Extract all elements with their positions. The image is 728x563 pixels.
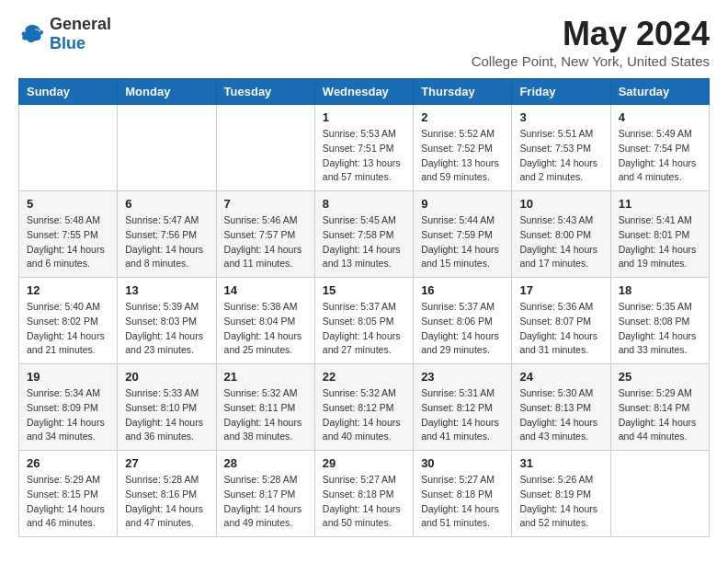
day-info: Sunrise: 5:35 AM Sunset: 8:08 PM Dayligh… [619,300,701,358]
calendar-cell [19,105,118,191]
calendar-cell: 15Sunrise: 5:37 AM Sunset: 8:05 PM Dayli… [314,278,413,364]
day-number: 10 [519,197,602,211]
day-info: Sunrise: 5:41 AM Sunset: 8:01 PM Dayligh… [619,213,701,271]
logo-blue: Blue [50,34,85,52]
day-info: Sunrise: 5:38 AM Sunset: 8:04 PM Dayligh… [224,300,307,358]
day-number: 4 [619,110,701,124]
day-info: Sunrise: 5:51 AM Sunset: 7:53 PM Dayligh… [519,127,602,185]
calendar-week-2: 5Sunrise: 5:48 AM Sunset: 7:55 PM Daylig… [19,191,710,278]
day-number: 24 [519,370,602,384]
calendar-week-1: 1Sunrise: 5:53 AM Sunset: 7:51 PM Daylig… [19,105,710,191]
calendar-week-4: 19Sunrise: 5:34 AM Sunset: 8:09 PM Dayli… [19,364,710,451]
day-number: 15 [323,283,405,297]
logo-general: General [50,15,111,33]
day-info: Sunrise: 5:39 AM Sunset: 8:03 PM Dayligh… [125,300,208,358]
day-number: 27 [125,456,208,470]
calendar-header-row: SundayMondayTuesdayWednesdayThursdayFrid… [19,79,710,105]
day-number: 11 [619,197,701,211]
day-info: Sunrise: 5:47 AM Sunset: 7:56 PM Dayligh… [125,213,208,271]
day-number: 25 [619,370,701,384]
weekday-header-tuesday: Tuesday [216,79,314,105]
day-info: Sunrise: 5:37 AM Sunset: 8:05 PM Dayligh… [323,300,405,358]
calendar-cell: 3Sunrise: 5:51 AM Sunset: 7:53 PM Daylig… [512,105,610,191]
day-info: Sunrise: 5:29 AM Sunset: 8:15 PM Dayligh… [27,473,109,531]
day-number: 13 [125,283,208,297]
calendar-cell: 6Sunrise: 5:47 AM Sunset: 7:56 PM Daylig… [118,191,216,278]
calendar-cell: 10Sunrise: 5:43 AM Sunset: 8:00 PM Dayli… [512,191,610,278]
day-info: Sunrise: 5:45 AM Sunset: 7:58 PM Dayligh… [323,213,405,271]
calendar-cell: 28Sunrise: 5:28 AM Sunset: 8:17 PM Dayli… [216,451,314,537]
day-number: 6 [125,197,208,211]
day-number: 26 [27,456,109,470]
day-number: 3 [519,110,602,124]
weekday-header-monday: Monday [118,79,216,105]
weekday-header-friday: Friday [512,79,610,105]
day-number: 18 [619,283,701,297]
day-number: 30 [421,456,504,470]
logo: General Blue [18,15,111,53]
calendar-cell: 26Sunrise: 5:29 AM Sunset: 8:15 PM Dayli… [19,451,118,537]
calendar-cell: 11Sunrise: 5:41 AM Sunset: 8:01 PM Dayli… [610,191,709,278]
day-number: 7 [224,197,307,211]
calendar-cell: 4Sunrise: 5:49 AM Sunset: 7:54 PM Daylig… [610,105,709,191]
calendar-cell [216,105,314,191]
day-number: 2 [421,110,504,124]
calendar-cell: 5Sunrise: 5:48 AM Sunset: 7:55 PM Daylig… [19,191,118,278]
calendar-cell: 30Sunrise: 5:27 AM Sunset: 8:18 PM Dayli… [414,451,512,537]
weekday-header-wednesday: Wednesday [314,79,413,105]
day-info: Sunrise: 5:26 AM Sunset: 8:19 PM Dayligh… [519,473,602,531]
day-number: 22 [323,370,405,384]
day-info: Sunrise: 5:30 AM Sunset: 8:13 PM Dayligh… [519,386,602,444]
calendar-cell: 13Sunrise: 5:39 AM Sunset: 8:03 PM Dayli… [118,278,216,364]
day-number: 31 [519,456,602,470]
day-info: Sunrise: 5:29 AM Sunset: 8:14 PM Dayligh… [619,386,701,444]
calendar-cell: 9Sunrise: 5:44 AM Sunset: 7:59 PM Daylig… [414,191,512,278]
month-title: May 2024 [472,15,710,53]
calendar-cell: 7Sunrise: 5:46 AM Sunset: 7:57 PM Daylig… [216,191,314,278]
calendar-cell: 31Sunrise: 5:26 AM Sunset: 8:19 PM Dayli… [512,451,610,537]
calendar-cell: 27Sunrise: 5:28 AM Sunset: 8:16 PM Dayli… [118,451,216,537]
day-info: Sunrise: 5:53 AM Sunset: 7:51 PM Dayligh… [323,127,405,185]
day-info: Sunrise: 5:43 AM Sunset: 8:00 PM Dayligh… [519,213,602,271]
logo-text: General Blue [50,15,111,53]
day-info: Sunrise: 5:33 AM Sunset: 8:10 PM Dayligh… [125,386,208,444]
day-info: Sunrise: 5:48 AM Sunset: 7:55 PM Dayligh… [27,213,109,271]
header: General Blue May 2024 College Point, New… [18,15,710,69]
day-number: 29 [323,456,405,470]
calendar-cell [118,105,216,191]
day-number: 8 [323,197,405,211]
calendar-cell: 18Sunrise: 5:35 AM Sunset: 8:08 PM Dayli… [610,278,709,364]
day-info: Sunrise: 5:46 AM Sunset: 7:57 PM Dayligh… [224,213,307,271]
calendar-cell: 12Sunrise: 5:40 AM Sunset: 8:02 PM Dayli… [19,278,118,364]
day-info: Sunrise: 5:44 AM Sunset: 7:59 PM Dayligh… [421,213,504,271]
calendar-cell: 2Sunrise: 5:52 AM Sunset: 7:52 PM Daylig… [414,105,512,191]
day-info: Sunrise: 5:34 AM Sunset: 8:09 PM Dayligh… [27,386,109,444]
calendar-cell: 22Sunrise: 5:32 AM Sunset: 8:12 PM Dayli… [314,364,413,451]
day-info: Sunrise: 5:32 AM Sunset: 8:12 PM Dayligh… [323,386,405,444]
calendar-cell: 23Sunrise: 5:31 AM Sunset: 8:12 PM Dayli… [414,364,512,451]
calendar-cell: 17Sunrise: 5:36 AM Sunset: 8:07 PM Dayli… [512,278,610,364]
calendar-cell [610,451,709,537]
day-number: 14 [224,283,307,297]
weekday-header-sunday: Sunday [19,79,118,105]
day-info: Sunrise: 5:28 AM Sunset: 8:17 PM Dayligh… [224,473,307,531]
logo-icon [18,23,46,45]
day-number: 5 [27,197,109,211]
day-info: Sunrise: 5:28 AM Sunset: 8:16 PM Dayligh… [125,473,208,531]
calendar-cell: 1Sunrise: 5:53 AM Sunset: 7:51 PM Daylig… [314,105,413,191]
calendar-week-5: 26Sunrise: 5:29 AM Sunset: 8:15 PM Dayli… [19,451,710,537]
day-info: Sunrise: 5:40 AM Sunset: 8:02 PM Dayligh… [27,300,109,358]
day-number: 21 [224,370,307,384]
weekday-header-saturday: Saturday [610,79,709,105]
calendar-cell: 16Sunrise: 5:37 AM Sunset: 8:06 PM Dayli… [414,278,512,364]
day-info: Sunrise: 5:37 AM Sunset: 8:06 PM Dayligh… [421,300,504,358]
day-info: Sunrise: 5:36 AM Sunset: 8:07 PM Dayligh… [519,300,602,358]
calendar-cell: 21Sunrise: 5:32 AM Sunset: 8:11 PM Dayli… [216,364,314,451]
calendar-week-3: 12Sunrise: 5:40 AM Sunset: 8:02 PM Dayli… [19,278,710,364]
day-info: Sunrise: 5:52 AM Sunset: 7:52 PM Dayligh… [421,127,504,185]
calendar-cell: 19Sunrise: 5:34 AM Sunset: 8:09 PM Dayli… [19,364,118,451]
calendar-cell: 24Sunrise: 5:30 AM Sunset: 8:13 PM Dayli… [512,364,610,451]
title-section: May 2024 College Point, New York, United… [472,15,710,69]
calendar-cell: 20Sunrise: 5:33 AM Sunset: 8:10 PM Dayli… [118,364,216,451]
day-info: Sunrise: 5:32 AM Sunset: 8:11 PM Dayligh… [224,386,307,444]
